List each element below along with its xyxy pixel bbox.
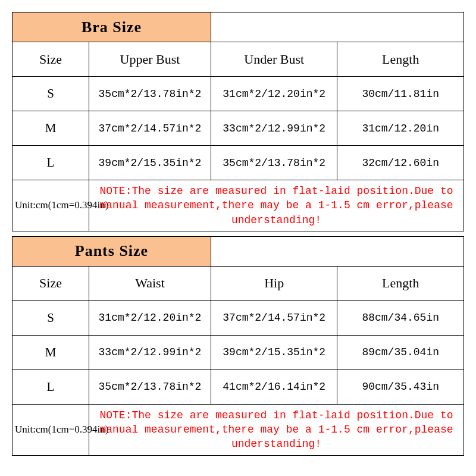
data-cell: 31cm*2/12.20in*2 xyxy=(89,300,211,335)
table-header-row: Size Upper Bust Under Bust Length xyxy=(12,42,464,77)
data-cell: 35cm*2/13.78in*2 xyxy=(211,146,337,180)
data-cell: 32cm/12.60in xyxy=(337,146,464,180)
data-cell: 39cm*2/15.35in*2 xyxy=(211,335,337,369)
table-title-row: Pants Size xyxy=(12,236,464,266)
size-label: S xyxy=(12,300,89,335)
data-cell: 31cm*2/12.20in*2 xyxy=(211,77,337,111)
data-cell: 37cm*2/14.57in*2 xyxy=(211,300,337,335)
header-waist: Waist xyxy=(89,266,211,300)
header-size: Size xyxy=(12,42,89,77)
bra-title-blank xyxy=(211,12,464,42)
unit-cell: Unit:cm(1cm=0.394in) xyxy=(12,180,89,231)
table-note-row: Unit:cm(1cm=0.394in) NOTE:The size are m… xyxy=(12,404,464,455)
size-label: L xyxy=(12,146,89,180)
table-header-row: Size Waist Hip Length xyxy=(12,266,464,300)
bra-title: Bra Size xyxy=(12,12,211,42)
data-cell: 35cm*2/13.78in*2 xyxy=(89,369,211,404)
table-row: S 35cm*2/13.78in*2 31cm*2/12.20in*2 30cm… xyxy=(12,77,464,111)
header-length: Length xyxy=(337,266,464,300)
data-cell: 88cm/34.65in xyxy=(337,300,464,335)
data-cell: 35cm*2/13.78in*2 xyxy=(89,77,211,111)
note-cell: NOTE:The size are measured in flat-laid … xyxy=(89,180,464,231)
unit-cell: Unit:cm(1cm=0.394in) xyxy=(12,404,89,455)
header-under-bust: Under Bust xyxy=(211,42,337,77)
header-hip: Hip xyxy=(211,266,337,300)
header-size: Size xyxy=(12,266,89,300)
data-cell: 31cm/12.20in xyxy=(337,111,464,146)
pants-title: Pants Size xyxy=(12,236,211,266)
table-row: L 35cm*2/13.78in*2 41cm*2/16.14in*2 90cm… xyxy=(12,369,464,404)
table-row: S 31cm*2/12.20in*2 37cm*2/14.57in*2 88cm… xyxy=(12,300,464,335)
pants-size-table: Pants Size Size Waist Hip Length S 31cm*… xyxy=(12,236,464,456)
table-note-row: Unit:cm(1cm=0.394in) NOTE:The size are m… xyxy=(12,180,464,231)
bra-size-table: Bra Size Size Upper Bust Under Bust Leng… xyxy=(12,12,464,231)
data-cell: 37cm*2/14.57in*2 xyxy=(89,111,211,146)
header-upper-bust: Upper Bust xyxy=(89,42,211,77)
note-cell: NOTE:The size are measured in flat-laid … xyxy=(89,404,464,455)
pants-title-blank xyxy=(211,236,464,266)
size-label: S xyxy=(12,77,89,111)
table-title-row: Bra Size xyxy=(12,12,464,42)
size-label: L xyxy=(12,369,89,404)
table-row: M 37cm*2/14.57in*2 33cm*2/12.99in*2 31cm… xyxy=(12,111,464,146)
data-cell: 90cm/35.43in xyxy=(337,369,464,404)
header-length: Length xyxy=(337,42,464,77)
size-label: M xyxy=(12,335,89,369)
size-label: M xyxy=(12,111,89,146)
data-cell: 33cm*2/12.99in*2 xyxy=(211,111,337,146)
table-row: M 33cm*2/12.99in*2 39cm*2/15.35in*2 89cm… xyxy=(12,335,464,369)
data-cell: 89cm/35.04in xyxy=(337,335,464,369)
data-cell: 39cm*2/15.35in*2 xyxy=(89,146,211,180)
table-row: L 39cm*2/15.35in*2 35cm*2/13.78in*2 32cm… xyxy=(12,146,464,180)
data-cell: 33cm*2/12.99in*2 xyxy=(89,335,211,369)
data-cell: 41cm*2/16.14in*2 xyxy=(211,369,337,404)
data-cell: 30cm/11.81in xyxy=(337,77,464,111)
